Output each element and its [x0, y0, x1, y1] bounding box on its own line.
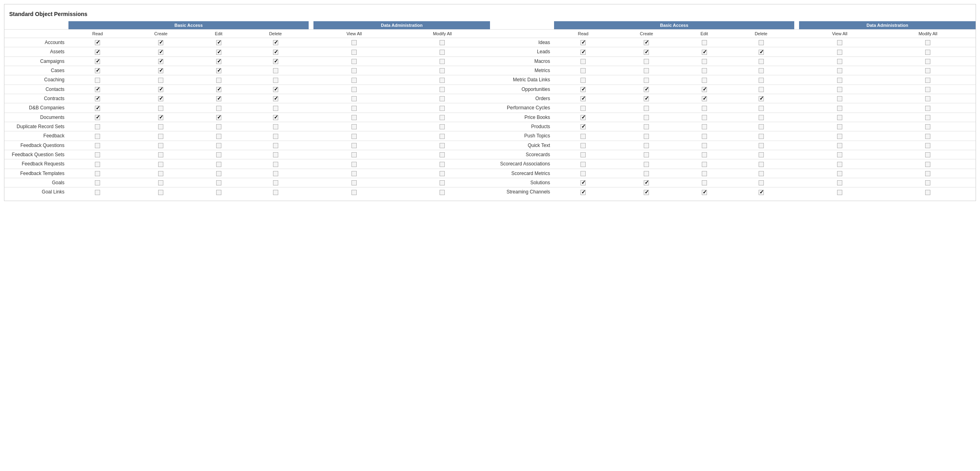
- unchecked-checkbox[interactable]: [440, 87, 445, 92]
- permission-cell[interactable]: [127, 75, 195, 85]
- permission-cell[interactable]: [612, 85, 681, 94]
- checked-checkbox[interactable]: [580, 96, 586, 101]
- unchecked-checkbox[interactable]: [440, 78, 445, 83]
- unchecked-checkbox[interactable]: [580, 162, 586, 167]
- unchecked-checkbox[interactable]: [580, 68, 586, 73]
- permission-cell[interactable]: [554, 122, 612, 131]
- unchecked-checkbox[interactable]: [702, 171, 707, 176]
- permission-cell[interactable]: [242, 56, 309, 66]
- permission-cell[interactable]: [127, 56, 195, 66]
- checked-checkbox[interactable]: [95, 59, 100, 64]
- unchecked-checkbox[interactable]: [702, 152, 707, 157]
- unchecked-checkbox[interactable]: [925, 59, 930, 64]
- permission-cell[interactable]: [799, 122, 880, 131]
- unchecked-checkbox[interactable]: [702, 68, 707, 73]
- permission-cell[interactable]: [612, 122, 681, 131]
- permission-cell[interactable]: [612, 159, 681, 169]
- unchecked-checkbox[interactable]: [440, 180, 445, 185]
- checked-checkbox[interactable]: [580, 40, 586, 45]
- permission-cell[interactable]: [242, 94, 309, 103]
- permission-cell[interactable]: [554, 113, 612, 122]
- unchecked-checkbox[interactable]: [702, 78, 707, 83]
- permission-cell[interactable]: [395, 122, 490, 131]
- permission-cell[interactable]: [880, 66, 976, 75]
- permission-cell[interactable]: [681, 85, 728, 94]
- checked-checkbox[interactable]: [158, 59, 163, 64]
- unchecked-checkbox[interactable]: [273, 124, 278, 129]
- permission-cell[interactable]: [880, 150, 976, 159]
- unchecked-checkbox[interactable]: [925, 143, 930, 148]
- unchecked-checkbox[interactable]: [351, 68, 357, 73]
- unchecked-checkbox[interactable]: [440, 40, 445, 45]
- unchecked-checkbox[interactable]: [95, 180, 100, 185]
- permission-cell[interactable]: [799, 131, 880, 141]
- unchecked-checkbox[interactable]: [925, 171, 930, 176]
- unchecked-checkbox[interactable]: [759, 40, 764, 45]
- permission-cell[interactable]: [395, 66, 490, 75]
- permission-cell[interactable]: [880, 178, 976, 187]
- permission-cell[interactable]: [195, 47, 242, 56]
- checked-checkbox[interactable]: [702, 87, 707, 92]
- unchecked-checkbox[interactable]: [702, 180, 707, 185]
- checked-checkbox[interactable]: [644, 190, 649, 195]
- unchecked-checkbox[interactable]: [644, 134, 649, 139]
- checked-checkbox[interactable]: [158, 50, 163, 55]
- permission-cell[interactable]: [728, 66, 794, 75]
- unchecked-checkbox[interactable]: [351, 152, 357, 157]
- permission-cell[interactable]: [554, 66, 612, 75]
- permission-cell[interactable]: [313, 47, 395, 56]
- unchecked-checkbox[interactable]: [644, 124, 649, 129]
- unchecked-checkbox[interactable]: [837, 40, 842, 45]
- unchecked-checkbox[interactable]: [837, 124, 842, 129]
- permission-cell[interactable]: [612, 94, 681, 103]
- permission-cell[interactable]: [395, 103, 490, 113]
- permission-cell[interactable]: [612, 131, 681, 141]
- permission-cell[interactable]: [395, 94, 490, 103]
- permission-cell[interactable]: [68, 122, 127, 131]
- unchecked-checkbox[interactable]: [925, 96, 930, 101]
- permission-cell[interactable]: [313, 187, 395, 197]
- permission-cell[interactable]: [880, 113, 976, 122]
- permission-cell[interactable]: [395, 38, 490, 47]
- unchecked-checkbox[interactable]: [351, 59, 357, 64]
- permission-cell[interactable]: [681, 56, 728, 66]
- unchecked-checkbox[interactable]: [925, 87, 930, 92]
- unchecked-checkbox[interactable]: [440, 152, 445, 157]
- checked-checkbox[interactable]: [273, 50, 278, 55]
- permission-cell[interactable]: [127, 150, 195, 159]
- permission-cell[interactable]: [195, 56, 242, 66]
- permission-cell[interactable]: [395, 131, 490, 141]
- checked-checkbox[interactable]: [95, 40, 100, 45]
- permission-cell[interactable]: [395, 169, 490, 178]
- unchecked-checkbox[interactable]: [759, 68, 764, 73]
- unchecked-checkbox[interactable]: [351, 180, 357, 185]
- permission-cell[interactable]: [799, 66, 880, 75]
- permission-cell[interactable]: [68, 150, 127, 159]
- permission-cell[interactable]: [681, 122, 728, 131]
- unchecked-checkbox[interactable]: [95, 124, 100, 129]
- unchecked-checkbox[interactable]: [759, 106, 764, 111]
- unchecked-checkbox[interactable]: [273, 106, 278, 111]
- unchecked-checkbox[interactable]: [837, 87, 842, 92]
- permission-cell[interactable]: [554, 178, 612, 187]
- permission-cell[interactable]: [195, 103, 242, 113]
- permission-cell[interactable]: [612, 56, 681, 66]
- unchecked-checkbox[interactable]: [925, 124, 930, 129]
- checked-checkbox[interactable]: [644, 40, 649, 45]
- unchecked-checkbox[interactable]: [925, 78, 930, 83]
- unchecked-checkbox[interactable]: [351, 162, 357, 167]
- permission-cell[interactable]: [612, 150, 681, 159]
- permission-cell[interactable]: [880, 131, 976, 141]
- unchecked-checkbox[interactable]: [925, 134, 930, 139]
- permission-cell[interactable]: [799, 113, 880, 122]
- permission-cell[interactable]: [313, 113, 395, 122]
- permission-cell[interactable]: [681, 159, 728, 169]
- permission-cell[interactable]: [681, 38, 728, 47]
- unchecked-checkbox[interactable]: [440, 96, 445, 101]
- unchecked-checkbox[interactable]: [440, 68, 445, 73]
- unchecked-checkbox[interactable]: [351, 115, 357, 120]
- unchecked-checkbox[interactable]: [837, 78, 842, 83]
- checked-checkbox[interactable]: [273, 40, 278, 45]
- permission-cell[interactable]: [681, 94, 728, 103]
- permission-cell[interactable]: [127, 66, 195, 75]
